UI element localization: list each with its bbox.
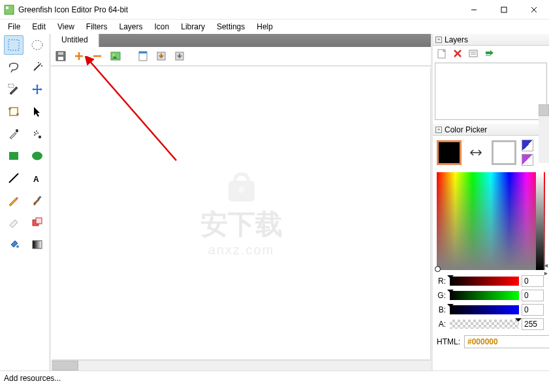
r-label: R: bbox=[437, 277, 447, 286]
tool-select-pencil[interactable] bbox=[4, 80, 24, 99]
expand-icon[interactable]: + bbox=[435, 37, 442, 43]
tool-crop[interactable] bbox=[4, 102, 24, 121]
center-area: Untitled 安下载 anxz.com bbox=[51, 34, 431, 370]
blue-value[interactable] bbox=[522, 304, 544, 316]
close-button[interactable] bbox=[519, 0, 549, 19]
tool-clone[interactable] bbox=[27, 213, 47, 232]
red-slider[interactable] bbox=[450, 277, 519, 286]
status-bar: Add resources... bbox=[0, 370, 549, 385]
tool-brush[interactable] bbox=[27, 190, 47, 210]
tool-fill[interactable] bbox=[4, 235, 24, 254]
titlebar: Greenfish Icon Editor Pro 64-bit bbox=[0, 0, 549, 20]
tool-gradient[interactable] bbox=[27, 235, 47, 254]
red-value[interactable] bbox=[522, 275, 544, 287]
svg-rect-1 bbox=[6, 7, 8, 9]
svg-point-22 bbox=[39, 136, 41, 138]
menu-filters[interactable]: Filters bbox=[81, 21, 113, 33]
expander-icon[interactable]: ◄► bbox=[543, 262, 549, 277]
layer-props-icon[interactable] bbox=[468, 48, 478, 61]
layer-list[interactable] bbox=[435, 63, 547, 120]
tool-ellipse[interactable] bbox=[27, 146, 47, 166]
default-colors-icon[interactable] bbox=[522, 140, 533, 151]
svg-point-10 bbox=[38, 62, 39, 63]
maximize-button[interactable] bbox=[489, 0, 519, 19]
b-label: B: bbox=[437, 305, 447, 314]
green-slider[interactable] bbox=[450, 291, 519, 300]
expand-icon[interactable]: + bbox=[435, 127, 442, 133]
svg-point-30 bbox=[16, 245, 19, 248]
layers-panel-header[interactable]: + Layers bbox=[433, 34, 549, 46]
svg-point-21 bbox=[34, 134, 35, 136]
layers-label: Layers bbox=[445, 35, 468, 44]
tool-magic-wand[interactable] bbox=[27, 57, 47, 77]
svg-point-7 bbox=[32, 40, 42, 50]
save-icon[interactable] bbox=[54, 49, 68, 63]
alpha-value[interactable] bbox=[522, 318, 544, 330]
tool-eraser[interactable] bbox=[4, 213, 24, 232]
hue-saturation-picker[interactable] bbox=[437, 172, 545, 270]
tool-eyedropper[interactable] bbox=[4, 124, 24, 143]
minimize-button[interactable] bbox=[459, 0, 489, 19]
add-icon[interactable] bbox=[72, 49, 86, 63]
swap-colors-icon[interactable] bbox=[467, 140, 486, 165]
svg-point-39 bbox=[113, 54, 115, 56]
menu-edit[interactable]: Edit bbox=[27, 21, 51, 33]
svg-rect-33 bbox=[58, 57, 63, 60]
svg-rect-29 bbox=[36, 218, 42, 224]
export-icon[interactable] bbox=[154, 49, 168, 63]
tool-spray[interactable] bbox=[27, 124, 47, 143]
svg-point-18 bbox=[36, 130, 37, 132]
export-all-icon[interactable] bbox=[172, 49, 187, 63]
panel-scrollbar[interactable] bbox=[539, 104, 549, 163]
remove-icon[interactable] bbox=[90, 49, 104, 63]
tool-rect[interactable] bbox=[4, 146, 24, 166]
new-layer-icon[interactable] bbox=[437, 48, 447, 61]
svg-rect-34 bbox=[58, 52, 63, 55]
menu-view[interactable]: View bbox=[52, 21, 80, 33]
menu-settings[interactable]: Settings bbox=[212, 21, 250, 33]
tool-move[interactable] bbox=[27, 80, 47, 99]
horizontal-scrollbar[interactable] bbox=[51, 360, 431, 370]
html-label: HTML: bbox=[437, 337, 460, 346]
delete-layer-icon[interactable] bbox=[452, 48, 463, 61]
background-swatch[interactable] bbox=[492, 140, 516, 165]
rgba-sliders: R: G: B: A: bbox=[433, 273, 549, 333]
menu-library[interactable]: Library bbox=[176, 21, 210, 33]
menu-help[interactable]: Help bbox=[251, 21, 278, 33]
foreground-swatch[interactable] bbox=[437, 140, 462, 165]
alt-colors-icon[interactable] bbox=[522, 154, 533, 166]
svg-rect-41 bbox=[139, 52, 147, 53]
tool-rect-select[interactable] bbox=[4, 35, 24, 55]
svg-line-8 bbox=[34, 65, 40, 70]
status-text: Add resources... bbox=[4, 374, 61, 383]
svg-rect-3 bbox=[501, 7, 507, 12]
tab-untitled[interactable]: Untitled bbox=[51, 34, 99, 47]
import-image-icon[interactable] bbox=[108, 49, 123, 63]
menubar: File Edit View Filters Layers Icon Libra… bbox=[0, 20, 549, 34]
menu-file[interactable]: File bbox=[3, 21, 25, 33]
svg-rect-23 bbox=[9, 152, 18, 160]
tool-lasso[interactable] bbox=[4, 57, 24, 77]
html-color-input[interactable] bbox=[464, 335, 549, 348]
watermark: 安下载 anxz.com bbox=[200, 170, 283, 258]
color-picker-header[interactable]: + Color Picker bbox=[433, 124, 549, 136]
tool-ellipse-select[interactable] bbox=[27, 35, 47, 55]
menu-layers[interactable]: Layers bbox=[114, 21, 148, 33]
color-swatches bbox=[433, 136, 549, 170]
svg-point-20 bbox=[37, 132, 39, 134]
tool-pencil[interactable] bbox=[4, 190, 24, 210]
blue-slider[interactable] bbox=[450, 305, 519, 314]
tool-pointer[interactable] bbox=[27, 102, 47, 121]
canvas-toolbar bbox=[51, 47, 431, 67]
page-icon[interactable] bbox=[136, 49, 150, 63]
svg-point-19 bbox=[35, 133, 37, 134]
canvas[interactable]: 安下载 anxz.com bbox=[52, 68, 431, 360]
alpha-slider[interactable] bbox=[450, 320, 519, 329]
tool-palette: A bbox=[0, 34, 51, 370]
tool-line[interactable] bbox=[4, 168, 24, 188]
menu-icon[interactable]: Icon bbox=[149, 21, 175, 33]
green-value[interactable] bbox=[522, 290, 544, 301]
merge-layers-icon[interactable] bbox=[484, 48, 494, 61]
value-gradient[interactable] bbox=[536, 172, 544, 270]
tool-text[interactable]: A bbox=[27, 168, 47, 188]
